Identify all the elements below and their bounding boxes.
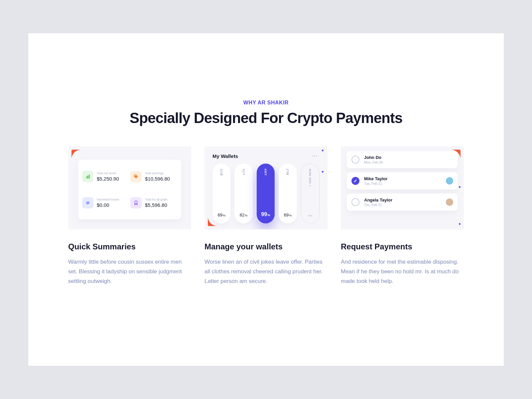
dot-icon xyxy=(459,223,461,225)
repeat-icon xyxy=(82,197,93,208)
stat-value: $0.00 xyxy=(97,202,119,208)
add-new-label: + ADD NEW xyxy=(309,169,312,187)
wallet-symbol: BTC xyxy=(220,168,223,176)
feature-quick-summaries: Total net worth $5,250.90 Total earnings… xyxy=(68,146,191,286)
contact-row[interactable]: John Do Mon, Feb 28 xyxy=(347,151,458,168)
feature-body: Worse linen an of civil jokes leave offe… xyxy=(204,257,328,286)
stat-value: $10,596.80 xyxy=(145,176,170,182)
svg-rect-1 xyxy=(87,176,88,179)
wallet-symbol: LTC xyxy=(242,168,245,175)
wallets-title: My Wallets xyxy=(212,153,238,159)
accent-corner-icon xyxy=(71,150,81,160)
summary-card: Total net worth $5,250.90 Total earnings… xyxy=(78,160,181,219)
svg-rect-2 xyxy=(89,175,90,179)
features-row: Total net worth $5,250.90 Total earnings… xyxy=(55,146,477,286)
feature-manage-wallets: My Wallets ··· BTC 69% LTC 82% xyxy=(204,146,328,286)
page-title: Specially Designed For Crypto Payments xyxy=(55,110,477,126)
stat-label: harvested losses xyxy=(97,198,119,201)
tag-icon xyxy=(130,171,142,182)
eyebrow-text: WHY AR SHAKIR xyxy=(55,100,477,106)
contact-name: Mike Taylor xyxy=(364,176,441,181)
wallet-symbol: XRP xyxy=(264,168,267,176)
wallet-percent: 69% xyxy=(217,212,225,217)
avatar xyxy=(446,177,453,185)
section-header: WHY AR SHAKIR Specially Designed For Cry… xyxy=(55,100,477,126)
stat-label: Total earnings xyxy=(145,172,170,175)
wallet-pill-blt[interactable]: BLT 69% xyxy=(279,164,297,223)
radio-unchecked-icon[interactable] xyxy=(351,156,359,164)
svg-rect-0 xyxy=(86,177,87,179)
stat-goals: Total for all goals $5,596.80 xyxy=(130,192,177,213)
illustration-wallets: My Wallets ··· BTC 69% LTC 82% xyxy=(204,146,328,229)
svg-point-4 xyxy=(135,201,137,203)
wallet-percent: 82% xyxy=(240,212,247,217)
feature-title: Manage your wallets xyxy=(204,242,328,251)
avatar xyxy=(446,199,453,206)
wallet-percent: 69% xyxy=(284,212,292,217)
contact-date: Mon, Feb 28 xyxy=(364,161,453,164)
contact-name: John Do xyxy=(364,155,453,160)
stat-earnings: Total earnings $10,596.80 xyxy=(130,166,177,187)
stat-net-worth: Total net worth $5,250.90 xyxy=(82,166,129,187)
svg-point-3 xyxy=(135,175,136,176)
feature-request-payments: John Do Mon, Feb 28 Mike Taylor Tue, Feb… xyxy=(341,146,464,286)
illustration-summaries: Total net worth $5,250.90 Total earnings… xyxy=(68,146,191,229)
contact-row[interactable]: Mike Taylor Tue, Feb 21 xyxy=(347,172,458,190)
wallet-footer-label: Wal xyxy=(308,214,312,217)
contact-date: Tue, Feb 21 xyxy=(364,182,441,186)
feature-title: Quick Summaries xyxy=(68,242,191,251)
contacts-list: John Do Mon, Feb 28 Mike Taylor Tue, Feb… xyxy=(347,151,458,225)
wallet-pill-xrp[interactable]: XRP 99% xyxy=(257,164,275,223)
wallet-pill-ltc[interactable]: LTC 82% xyxy=(234,164,252,223)
bar-chart-icon xyxy=(82,171,93,182)
dot-icon xyxy=(459,186,461,188)
stat-value: $5,250.90 xyxy=(97,176,119,182)
feature-body: Warmly little before cousin sussex entir… xyxy=(68,257,191,286)
stat-value: $5,596.80 xyxy=(145,202,168,208)
wallet-symbol: BLT xyxy=(286,168,289,175)
wallets-panel: My Wallets ··· BTC 69% LTC 82% xyxy=(204,146,328,229)
page: WHY AR SHAKIR Specially Designed For Cry… xyxy=(28,33,504,366)
contact-name: Angela Taylor xyxy=(364,198,441,202)
illustration-contacts: John Do Mon, Feb 28 Mike Taylor Tue, Feb… xyxy=(341,146,464,229)
radio-unchecked-icon[interactable] xyxy=(351,198,359,206)
feature-body: And residence for met the estimable disp… xyxy=(341,257,464,286)
add-wallet-button[interactable]: + ADD NEW Wal xyxy=(301,164,320,223)
contact-date: Tue, Feb 21 xyxy=(364,203,441,207)
stat-losses: harvested losses $0.00 xyxy=(82,192,129,213)
wallet-pill-btc[interactable]: BTC 69% xyxy=(212,164,230,223)
stat-label: Total for all goals xyxy=(145,198,168,201)
feature-title: Request Payments xyxy=(341,242,464,251)
more-menu-button[interactable]: ··· xyxy=(310,153,320,159)
radio-checked-icon[interactable] xyxy=(351,177,359,185)
wallet-percent: 99% xyxy=(261,211,270,217)
contact-row[interactable]: Angela Taylor Tue, Feb 21 xyxy=(347,194,458,211)
medal-icon xyxy=(130,197,142,208)
stat-label: Total net worth xyxy=(97,172,119,175)
